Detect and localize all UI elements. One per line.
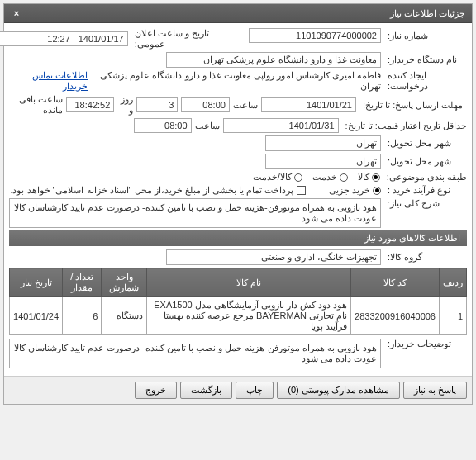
price-valid-date: 1401/01/31 bbox=[223, 118, 339, 133]
cell-unit: دستگاه bbox=[102, 297, 147, 335]
table-row[interactable]: 1 2833200916040006 هود دود کش دار بازویی… bbox=[10, 297, 467, 335]
pay-note: پرداخت تمام یا بخشی از مبلغ خرید،از محل … bbox=[10, 185, 293, 196]
th-row: ردیف bbox=[440, 268, 467, 297]
category-label: طبقه بندی موضوعی: bbox=[383, 172, 467, 183]
requester-label: ایجاد کننده درخواست: bbox=[384, 70, 467, 92]
table-header-row: ردیف کد کالا نام کالا واحد شمارش تعداد /… bbox=[10, 268, 467, 297]
cell-name: هود دود کش دار بازویی آزمایشگاهی مدل EXA… bbox=[147, 297, 351, 335]
category-radio-group: کالا خدمت کالا/خدمت bbox=[253, 172, 380, 183]
buyer-org-value: معاونت غذا و دارو دانشگاه علوم پزشکی تهر… bbox=[166, 52, 381, 68]
group-value: تجهیزات خانگی، اداری و صنعتی bbox=[166, 249, 381, 265]
need-no-label: شماره نیاز: bbox=[384, 31, 467, 41]
buyer-notes: هود بازویی به همراه موتورفن-هزینه حمل و … bbox=[9, 339, 381, 368]
panel-title: جزئیات اطلاعات نیاز bbox=[390, 8, 465, 19]
deadline-date: 1401/01/21 bbox=[261, 97, 356, 112]
radio-dot-icon bbox=[340, 173, 348, 182]
process-type-label: نوع فرآیند خرید : bbox=[384, 185, 467, 196]
need-no-value: 1101090774000002 bbox=[249, 28, 381, 43]
th-name: نام کالا bbox=[147, 268, 351, 297]
th-unit: واحد شمارش bbox=[102, 268, 147, 297]
remain-time: 18:42:52 bbox=[66, 97, 115, 112]
radio-dot-icon bbox=[372, 173, 380, 182]
requester-value: فاطمه امیری کارشناس امور رواپی معاونت غذ… bbox=[91, 70, 381, 92]
th-date: تاریخ نیاز bbox=[10, 268, 63, 297]
treasury-checkbox[interactable] bbox=[297, 186, 306, 195]
main-panel: جزئیات اطلاعات نیاز × شماره نیاز: 110109… bbox=[3, 3, 473, 405]
announce-date-value: 1401/01/17 - 12:27 bbox=[0, 31, 128, 46]
exit-button[interactable]: خروج bbox=[135, 382, 177, 399]
radio-service-label: خدمت bbox=[312, 172, 337, 183]
radio-both[interactable]: کالا/خدمت bbox=[253, 172, 302, 183]
need-city: تهران bbox=[265, 135, 381, 151]
need-city-label: شهر محل تحویل: bbox=[384, 138, 467, 149]
deadline-hour-label: ساعت bbox=[233, 100, 258, 111]
desc-text: هود بازویی به همراه موتورفن-هزینه حمل و … bbox=[9, 198, 381, 228]
radio-both-label: کالا/خدمت bbox=[253, 172, 292, 183]
price-valid-hour: 08:00 bbox=[134, 118, 192, 133]
buyer-notes-label: توضیحات خریدار: bbox=[384, 339, 467, 349]
panel-header: جزئیات اطلاعات نیاز × bbox=[4, 4, 472, 23]
goods-section-header: اطلاعات کالاهای مورد نیاز bbox=[9, 230, 467, 246]
radio-service[interactable]: خدمت bbox=[312, 172, 348, 183]
deadline-hour: 08:00 bbox=[181, 97, 230, 112]
cell-code: 2833200916040006 bbox=[351, 297, 440, 335]
th-code: کد کالا bbox=[351, 268, 440, 297]
radio-dot-icon bbox=[373, 187, 381, 195]
remain-time-label: ساعت باقی مانده bbox=[9, 94, 63, 116]
back-button[interactable]: بازگشت bbox=[180, 382, 232, 399]
button-row: پاسخ به نیاز مشاهده مدارک پیوستی (0) چاپ… bbox=[4, 376, 472, 404]
deliver-city: تهران bbox=[265, 154, 381, 169]
process-option-label: خرید جزیی bbox=[329, 185, 370, 196]
radio-dot-icon bbox=[294, 173, 302, 182]
cell-qty: 6 bbox=[63, 297, 102, 335]
group-label: گروه کالا: bbox=[384, 252, 467, 263]
remain-days: 3 bbox=[136, 97, 178, 112]
print-button[interactable]: چاپ bbox=[236, 382, 274, 399]
th-qty: تعداد / مقدار bbox=[63, 268, 102, 297]
goods-table: ردیف کد کالا نام کالا واحد شمارش تعداد /… bbox=[9, 268, 467, 335]
buyer-org-label: نام دستگاه خریدار: bbox=[384, 55, 467, 65]
deadline-label: مهلت ارسال پاسخ: تا تاریخ: bbox=[359, 100, 467, 111]
close-icon[interactable]: × bbox=[11, 7, 22, 19]
deliver-city-label: شهر محل تحویل: bbox=[384, 156, 467, 167]
desc-label: شرح کلی نیاز: bbox=[384, 198, 467, 209]
announce-date-label: تاریخ و ساعت اعلان عمومی: bbox=[131, 28, 240, 50]
attachments-button[interactable]: مشاهده مدارک پیوستی (0) bbox=[277, 382, 400, 399]
cell-date: 1401/01/24 bbox=[10, 297, 63, 335]
remain-days-label: روز و bbox=[117, 94, 133, 116]
price-valid-label: حداقل تاریخ اعتبار قیمت: تا تاریخ: bbox=[342, 121, 467, 131]
process-radio[interactable]: خرید جزیی bbox=[329, 185, 381, 196]
radio-goods[interactable]: کالا bbox=[358, 172, 380, 183]
radio-goods-label: کالا bbox=[358, 172, 369, 183]
answer-button[interactable]: پاسخ به نیاز bbox=[403, 382, 467, 399]
cell-idx: 1 bbox=[440, 297, 467, 335]
price-valid-hour-label: ساعت bbox=[195, 121, 220, 131]
buyer-contact-link[interactable]: اطلاعات تماس خریدار bbox=[9, 70, 88, 92]
